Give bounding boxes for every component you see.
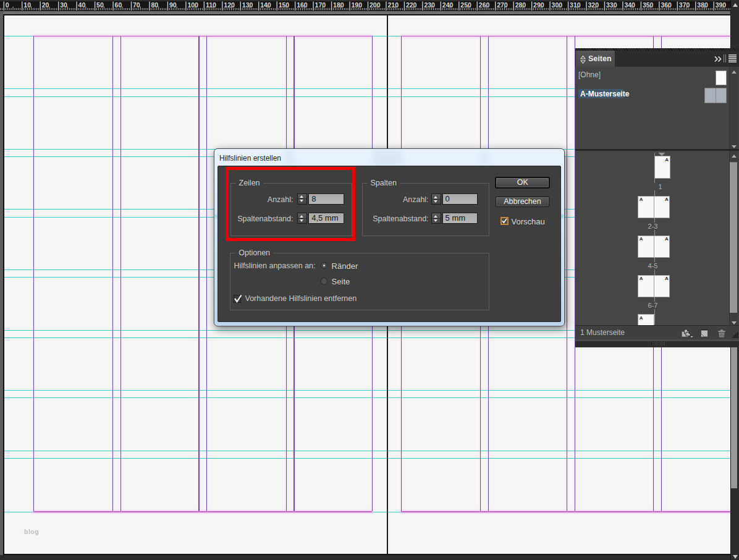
svg-text:170: 170 (315, 1, 326, 9)
svg-text:130: 130 (242, 1, 253, 9)
svg-text:270: 270 (497, 1, 508, 9)
svg-text:330: 330 (606, 1, 617, 9)
svg-text:290: 290 (533, 1, 544, 9)
svg-text:60: 60 (115, 1, 122, 9)
svg-text:240: 240 (442, 1, 454, 9)
svg-text:120: 120 (224, 1, 235, 9)
svg-text:390: 390 (716, 1, 727, 9)
svg-text:30: 30 (60, 1, 67, 9)
svg-text:70: 70 (133, 1, 140, 9)
svg-text:200: 200 (370, 1, 381, 9)
svg-text:250: 250 (460, 1, 471, 9)
svg-text:260: 260 (479, 1, 490, 9)
svg-text:220: 220 (406, 1, 417, 9)
svg-text:10: 10 (23, 1, 31, 9)
svg-text:360: 360 (661, 1, 672, 9)
svg-text:140: 140 (260, 1, 271, 9)
svg-text:100: 100 (187, 1, 198, 9)
svg-text:370: 370 (679, 1, 690, 9)
svg-text:310: 310 (570, 1, 581, 9)
svg-text:230: 230 (424, 1, 435, 9)
svg-text:110: 110 (206, 1, 216, 9)
svg-text:340: 340 (624, 1, 635, 9)
svg-text:80: 80 (151, 1, 159, 9)
svg-text:90: 90 (169, 1, 177, 9)
svg-text:40: 40 (78, 1, 86, 9)
svg-text:300: 300 (552, 1, 563, 9)
svg-text:210: 210 (388, 1, 399, 9)
svg-text:0: 0 (6, 1, 9, 9)
svg-text:150: 150 (279, 1, 290, 9)
svg-text:180: 180 (333, 1, 344, 9)
svg-text:190: 190 (352, 1, 363, 9)
svg-text:350: 350 (643, 1, 654, 9)
svg-text:20: 20 (42, 1, 49, 9)
svg-text:160: 160 (297, 1, 308, 9)
svg-text:50: 50 (96, 1, 104, 9)
svg-text:280: 280 (515, 1, 526, 9)
svg-text:320: 320 (588, 1, 599, 9)
svg-text:380: 380 (697, 1, 708, 9)
